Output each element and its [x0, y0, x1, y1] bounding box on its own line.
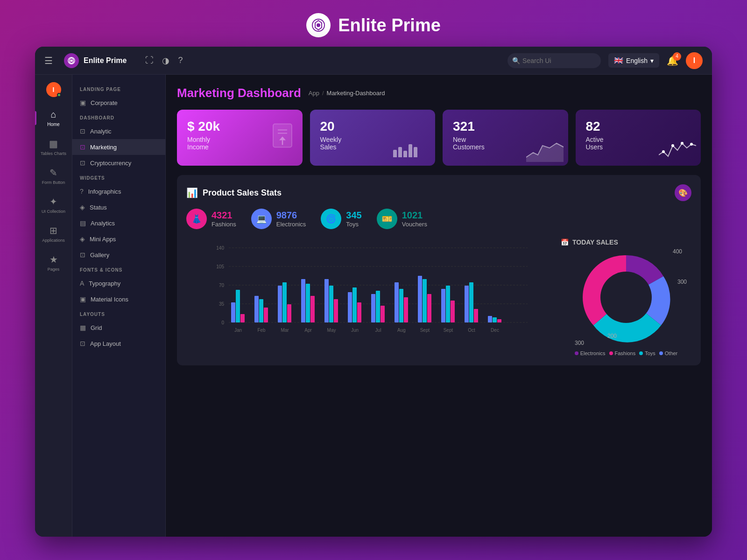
svg-rect-30 [254, 296, 259, 322]
typography-icon: A [80, 280, 84, 287]
sidebar-item-cryptocurrency-label: Cryptocurrency [90, 160, 131, 167]
sales-stat-toys: 🌀 345 Toys [321, 209, 361, 229]
icon-sidebar: I ⌂ Home ▦ Tables Charts ✎ Form Button ✦… [35, 75, 72, 537]
user-avatar[interactable]: I [686, 52, 703, 69]
breadcrumb-app: App [309, 90, 319, 97]
corporate-icon: ▣ [80, 99, 86, 106]
sidebar-item-infographics-label: Infographics [88, 188, 121, 195]
sidebar-item-marketing[interactable]: ⊡ Marketing [72, 139, 165, 155]
nav-logo-icon [64, 53, 79, 68]
hamburger-menu[interactable]: ☰ [44, 55, 53, 66]
sidebar-item-material-icons[interactable]: ▣ Material Icons [72, 291, 165, 307]
svg-rect-46 [348, 292, 352, 322]
active-indicator [35, 111, 36, 125]
monthly-income-icon [271, 122, 294, 154]
sidebar-item-grid[interactable]: ▦ Grid [72, 320, 165, 336]
sidebar-item-pages[interactable]: ★ Pages [35, 249, 72, 276]
sidebar-item-typography-label: Typography [89, 280, 120, 287]
svg-point-5 [70, 59, 73, 62]
help-icon[interactable]: ? [178, 56, 183, 65]
donut-chart [579, 251, 673, 344]
svg-rect-31 [259, 299, 263, 322]
toys-legend-label: Toys [645, 350, 655, 356]
svg-text:70: 70 [219, 283, 225, 288]
svg-text:Oct: Oct [468, 328, 475, 333]
electronics-legend-dot [575, 351, 578, 355]
svg-text:35: 35 [219, 301, 225, 307]
svg-rect-59 [423, 279, 427, 322]
sales-stat-electronics: 💻 9876 Electronics [251, 209, 306, 229]
sidebar-item-analytics[interactable]: ▤ Analytics [72, 215, 165, 231]
sidebar-item-status[interactable]: ◈ Status [72, 199, 165, 215]
text-sidebar: LANDING PAGE ▣ Corporate DASHBOARD ⊡ Ana… [72, 75, 166, 537]
sidebar-item-typography[interactable]: A Typography [72, 275, 165, 291]
svg-rect-34 [278, 286, 282, 322]
sidebar-user-avatar: I [46, 82, 61, 97]
sidebar-item-ui-collection[interactable]: ✦ UI Collection [35, 191, 72, 218]
sidebar-item-form-button[interactable]: ✎ Form Button [35, 162, 72, 189]
sales-stat-fashions: 👗 4321 Fashions [186, 209, 236, 229]
fullscreen-icon[interactable]: ⛶ [145, 56, 154, 65]
palette-button[interactable]: 🎨 [675, 184, 691, 201]
sidebar-item-home[interactable]: ⌂ Home [35, 105, 72, 132]
stat-card-active-users: 82 ActiveUsers [576, 110, 701, 166]
svg-rect-51 [376, 291, 380, 322]
svg-rect-68 [474, 309, 478, 322]
language-label: English [626, 57, 648, 64]
contrast-icon[interactable]: ◑ [162, 56, 169, 66]
sidebar-item-applications-label: Applications [42, 238, 65, 243]
electronics-value: 9876 [276, 210, 306, 221]
cryptocurrency-icon: ⊡ [80, 159, 85, 167]
svg-text:105: 105 [216, 264, 224, 269]
svg-rect-47 [352, 287, 357, 322]
sidebar-item-applications[interactable]: ⊞ Applications [35, 220, 72, 247]
language-selector[interactable]: 🇬🇧 English ▾ [608, 53, 659, 68]
legend-fashions: Fashions [609, 350, 636, 356]
chevron-down-icon: ▾ [650, 57, 654, 64]
sidebar-item-corporate[interactable]: ▣ Corporate [72, 95, 165, 111]
sales-stat-vouchers: 🎫 1021 Vouchers [377, 209, 427, 229]
svg-point-2 [317, 23, 320, 27]
svg-rect-43 [329, 286, 333, 322]
sidebar-item-analytic-label: Analytic [90, 128, 112, 135]
sidebar-item-pages-label: Pages [48, 267, 60, 272]
section-landing-page: LANDING PAGE [72, 82, 165, 95]
svg-point-14 [681, 142, 684, 145]
vouchers-value: 1021 [402, 210, 427, 221]
svg-rect-64 [451, 301, 455, 322]
sidebar-item-gallery[interactable]: ⊡ Gallery [72, 247, 165, 263]
notifications-button[interactable]: 🔔 4 [667, 55, 678, 66]
calendar-icon: 📅 [561, 238, 569, 246]
sidebar-item-cryptocurrency[interactable]: ⊡ Cryptocurrency [72, 155, 165, 171]
toys-label: Toys [346, 221, 361, 228]
bar-chart-wrap: 0 35 70 105 140 Jan [186, 238, 551, 356]
sidebar-item-analytics-label: Analytics [91, 220, 115, 227]
sidebar-item-tables-charts-label: Tables Charts [41, 151, 66, 156]
svg-text:Jan: Jan [234, 328, 242, 333]
svg-rect-67 [469, 282, 473, 322]
form-button-icon: ✎ [49, 167, 57, 178]
grid-icon: ▦ [80, 324, 86, 331]
page-title: Marketing Dashboard [177, 86, 301, 100]
search-input[interactable] [507, 53, 601, 68]
stat-card-new-customers: 321 NewCustomers [443, 110, 568, 166]
sidebar-item-mini-apps[interactable]: ◈ Mini Apps [72, 231, 165, 247]
home-icon: ⌂ [50, 109, 56, 120]
sidebar-item-tables-charts[interactable]: ▦ Tables Charts [35, 133, 72, 161]
donut-label-200: 200 [607, 333, 617, 339]
sidebar-item-analytic[interactable]: ⊡ Analytic [72, 123, 165, 139]
svg-rect-38 [301, 279, 305, 322]
top-nav: ☰ Enlite Prime ⛶ ◑ ? 🔍 🇬🇧 English ▾ [35, 47, 712, 75]
infographics-icon: ? [80, 188, 84, 195]
other-legend-dot [659, 351, 663, 355]
svg-point-74 [600, 272, 652, 323]
sidebar-item-app-layout[interactable]: ⊡ App Layout [72, 336, 165, 351]
sidebar-item-material-icons-label: Material Icons [91, 296, 128, 303]
sales-section: 📊 Product Sales Stats 🎨 👗 4321 Fashions [177, 175, 701, 365]
online-indicator [57, 93, 61, 97]
svg-rect-28 [240, 314, 245, 322]
app-logo-icon [306, 13, 331, 37]
svg-rect-63 [446, 286, 450, 322]
new-customers-value: 321 [453, 119, 558, 134]
sidebar-item-infographics[interactable]: ? Infographics [72, 183, 165, 199]
